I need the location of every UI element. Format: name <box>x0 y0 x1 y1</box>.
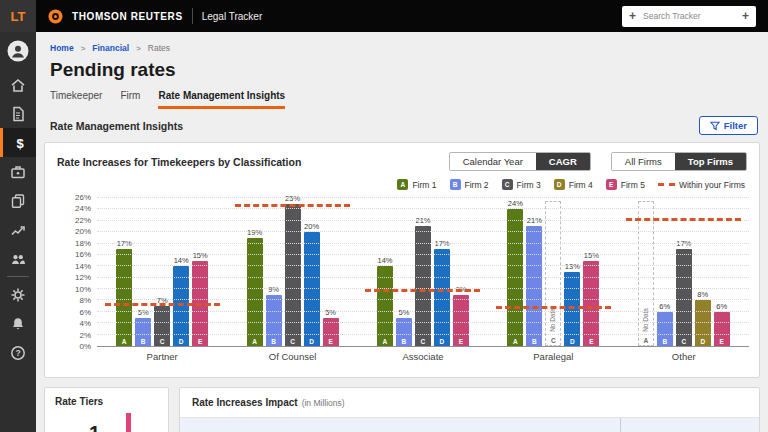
toggle-option[interactable]: CAGR <box>536 153 590 170</box>
user-avatar-icon[interactable] <box>7 40 29 66</box>
bar-value-label: 6% <box>716 302 727 311</box>
bar-letter: B <box>135 338 151 345</box>
bar-letter: A <box>116 338 132 345</box>
bar-firm-c[interactable]: 17%C <box>676 249 692 346</box>
bar-firm-b[interactable]: 21%B <box>526 226 542 346</box>
bar-firm-c[interactable]: 25%C <box>285 204 301 346</box>
bar-letter: D <box>695 338 711 345</box>
topbar-divider <box>192 8 193 24</box>
x-axis-label: Associate <box>372 351 473 362</box>
rate-increases-chart-card: Rate Increases for Timekeepers by Classi… <box>44 142 760 378</box>
bar-value-label: 21% <box>527 216 542 225</box>
bar-value-label: 15% <box>193 251 208 260</box>
briefcase-icon[interactable] <box>0 157 36 186</box>
search-input[interactable] <box>641 10 737 22</box>
toggle-option[interactable]: Calendar Year <box>450 153 536 170</box>
bar-value-label: 5% <box>138 308 149 317</box>
y-tick-label: 8% <box>79 296 91 305</box>
bar-no-data[interactable]: No DataC <box>545 201 561 346</box>
toggle-group-0: Calendar YearCAGR <box>449 152 591 171</box>
financial-dollar-icon[interactable]: $ <box>0 128 36 157</box>
chevron-right-icon: > <box>136 44 141 53</box>
notifications-bell-icon[interactable] <box>0 309 36 338</box>
legend-item[interactable]: BFirm 2 <box>450 179 489 190</box>
legend-item[interactable]: DFirm 4 <box>554 179 593 190</box>
y-tick-label: 14% <box>75 262 91 271</box>
y-tick-label: 16% <box>75 250 91 259</box>
home-icon[interactable] <box>0 70 36 99</box>
impact-title: Rate Increases Impact <box>192 397 298 408</box>
bar-letter: B <box>657 338 673 345</box>
breadcrumb: Home > Financial > Rates <box>50 43 760 53</box>
people-icon[interactable] <box>0 244 36 273</box>
tab-firm[interactable]: Firm <box>120 90 140 109</box>
bar-letter: C <box>415 338 431 345</box>
impact-card-header: Rate Increases Impact (in Millions) <box>180 397 759 408</box>
trend-chart-icon[interactable] <box>0 215 36 244</box>
settings-gear-icon[interactable] <box>0 280 36 309</box>
bar-firm-d[interactable]: 13%D <box>564 272 580 346</box>
toggle-group-1: All FirmsTop Firms <box>611 152 747 171</box>
bar-firm-b[interactable]: 6%B <box>657 312 673 346</box>
bar-value-label: 24% <box>508 199 523 208</box>
bar-value-label: 14% <box>377 256 392 265</box>
main-area: THOMSON REUTERS Legal Tracker + + Home >… <box>36 0 768 432</box>
y-tick-label: 10% <box>75 285 91 294</box>
tab-rate-management-insights[interactable]: Rate Management Insights <box>158 90 285 109</box>
benchmark-line <box>626 218 741 221</box>
bar-firm-e[interactable]: 9%E <box>453 295 469 346</box>
bar-firm-c[interactable]: 21%C <box>415 226 431 346</box>
bar-firm-d[interactable]: 8%D <box>695 300 711 346</box>
search-icon[interactable]: + <box>629 10 636 22</box>
gridline <box>97 231 749 232</box>
bar-value-label: 13% <box>565 262 580 271</box>
legend-item[interactable]: CFirm 3 <box>502 179 541 190</box>
bar-value-label: 6% <box>659 302 670 311</box>
gridline <box>97 311 749 312</box>
chart-legend: AFirm 1BFirm 2CFirm 3DFirm 4EFirm 5Withi… <box>45 179 745 190</box>
bar-letter: D <box>173 338 189 345</box>
legend-item[interactable]: EFirm 5 <box>606 179 645 190</box>
filter-funnel-icon <box>710 121 720 131</box>
legend-label: Within your Firms <box>679 180 745 190</box>
bar-firm-d[interactable]: 17%D <box>434 249 450 346</box>
bar-letter: E <box>453 338 469 345</box>
brand-name: THOMSON REUTERS <box>72 11 183 22</box>
bar-value-label: 19% <box>247 228 262 237</box>
copy-documents-icon[interactable] <box>0 186 36 215</box>
tab-timekeeper[interactable]: Timekeeper <box>50 90 102 109</box>
y-tick-label: 20% <box>75 227 91 236</box>
bar-firm-a[interactable]: 17%A <box>116 249 132 346</box>
help-icon[interactable]: ? <box>0 338 36 367</box>
breadcrumb-link-home[interactable]: Home <box>50 43 74 53</box>
bar-letter: A <box>377 338 393 345</box>
bar-letter: B <box>526 338 542 345</box>
column-header: 2021 Spend <box>232 418 313 432</box>
bar-value-label: 17% <box>676 239 691 248</box>
legend-item[interactable]: AFirm 1 <box>397 179 436 190</box>
product-name: Legal Tracker <box>202 11 263 22</box>
filter-button[interactable]: Filter <box>699 116 758 135</box>
bar-value-label: 5% <box>325 308 336 317</box>
gridline <box>97 334 749 335</box>
column-header: Tier <box>180 418 232 432</box>
document-icon[interactable] <box>0 99 36 128</box>
bar-firm-b[interactable]: 9%B <box>266 295 282 346</box>
breadcrumb-link-financial[interactable]: Financial <box>92 43 129 53</box>
bar-letter: D <box>304 338 320 345</box>
bar-value-label: 8% <box>697 290 708 299</box>
bar-firm-c[interactable]: 7%C <box>154 306 170 346</box>
bar-no-data[interactable]: No DataA <box>638 201 654 346</box>
impact-table-header: Tier2021 SpendProposed Rate Increase2022… <box>180 417 759 432</box>
bar-letter: C <box>676 338 692 345</box>
impact-subtitle: (in Millions) <box>302 398 345 408</box>
column-header-total: Total Across Tiers <box>620 418 759 432</box>
add-icon[interactable]: + <box>742 10 749 22</box>
bar-firm-e[interactable]: 6%E <box>714 312 730 346</box>
search-box[interactable]: + + <box>622 6 756 27</box>
toggle-option[interactable]: Top Firms <box>675 153 746 170</box>
bar-firm-d[interactable]: 20%D <box>304 232 320 346</box>
filter-button-label: Filter <box>724 120 747 131</box>
toggle-option[interactable]: All Firms <box>612 153 675 170</box>
page-title: Pending rates <box>50 59 760 81</box>
